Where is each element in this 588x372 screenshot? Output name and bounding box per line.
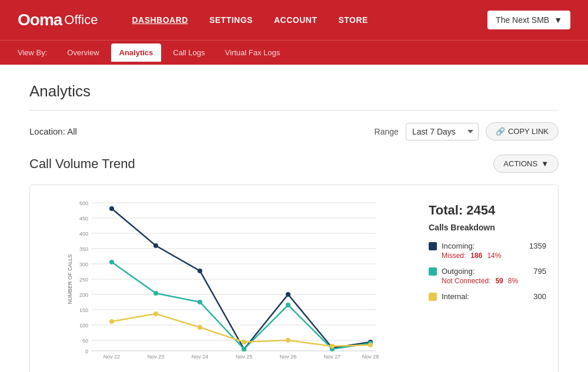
actions-label: ACTIONS	[503, 159, 537, 168]
breakdown-title: Calls Breakdown	[429, 223, 546, 232]
line-chart-svg: NUMBER OF CALLS 500 450 400 350	[42, 197, 417, 361]
svg-text:Nov 24: Nov 24	[192, 354, 209, 360]
internal-swatch	[429, 293, 437, 301]
not-connected-pct: 8%	[508, 277, 518, 285]
internal-count: 300	[533, 292, 546, 301]
svg-text:150: 150	[79, 307, 88, 313]
chart-section: Call Volume Trend ACTIONS ▼ NUMBER OF CA…	[29, 155, 559, 372]
subnav-label: View By:	[18, 48, 47, 57]
svg-point-49	[286, 338, 290, 343]
svg-point-38	[109, 260, 114, 264]
main-header: Ooma Office DASHBOARD SETTINGS ACCOUNT S…	[0, 0, 588, 40]
chevron-down-icon: ▼	[554, 15, 562, 25]
incoming-name: Incoming:	[442, 242, 524, 250]
svg-text:Nov 27: Nov 27	[324, 354, 341, 360]
nav-settings[interactable]: SETTINGS	[209, 15, 253, 25]
controls-right: Range Last 7 Days Last 30 Days Last 90 D…	[375, 122, 559, 140]
svg-point-42	[286, 303, 290, 307]
logo-office: Office	[64, 12, 98, 28]
svg-point-35	[286, 292, 290, 297]
location-label: Location: All	[29, 126, 77, 136]
main-content: Analytics Location: All Range Last 7 Day…	[0, 65, 588, 372]
missed-pct: 14%	[487, 252, 501, 260]
nav-store[interactable]: STORE	[338, 15, 368, 25]
chart-total: Total: 2454	[429, 203, 546, 218]
svg-text:500: 500	[79, 200, 88, 206]
actions-button[interactable]: ACTIONS ▼	[493, 155, 559, 173]
svg-point-46	[153, 311, 158, 316]
svg-text:450: 450	[79, 216, 88, 222]
not-connected-name: Not Connected:	[442, 277, 490, 285]
svg-point-41	[242, 347, 246, 351]
tab-virtual-fax-logs[interactable]: Virtual Fax Logs	[217, 43, 289, 62]
account-selector[interactable]: The Next SMB ▼	[487, 11, 570, 29]
divider	[29, 110, 559, 110]
svg-point-31	[109, 206, 114, 211]
nav-account[interactable]: ACCOUNT	[274, 15, 318, 25]
chevron-down-icon: ▼	[541, 159, 549, 168]
range-select[interactable]: Last 7 Days Last 30 Days Last 90 Days Cu…	[406, 123, 479, 140]
copy-link-button[interactable]: 🔗 COPY LINK	[486, 122, 559, 140]
controls-row: Location: All Range Last 7 Days Last 30 …	[29, 122, 559, 140]
logo-ooma: Ooma	[18, 11, 62, 29]
svg-point-51	[368, 343, 373, 347]
svg-text:Nov 25: Nov 25	[236, 354, 253, 360]
svg-point-33	[198, 269, 202, 273]
legend-item-incoming: Incoming: 1359 Missed: 186 14%	[429, 242, 546, 260]
svg-point-40	[198, 300, 202, 304]
chart-title: Call Volume Trend	[29, 156, 135, 172]
chart-container: NUMBER OF CALLS 500 450 400 350	[29, 185, 559, 372]
svg-point-47	[198, 325, 202, 330]
copy-link-label: COPY LINK	[508, 127, 549, 136]
logo: Ooma Office	[18, 11, 98, 29]
svg-text:400: 400	[79, 231, 88, 237]
legend-item-outgoing: Outgoing: 795 Not Connected: 59 8%	[429, 267, 546, 285]
outgoing-name: Outgoing:	[442, 267, 529, 276]
svg-point-32	[153, 243, 158, 248]
chart-legend: Total: 2454 Calls Breakdown Incoming: 13…	[429, 197, 546, 364]
incoming-count: 1359	[529, 242, 546, 250]
svg-text:350: 350	[79, 246, 88, 252]
svg-point-39	[153, 291, 158, 296]
svg-point-48	[242, 340, 246, 344]
svg-point-50	[330, 344, 335, 348]
svg-text:50: 50	[82, 338, 88, 344]
subnav: View By: Overview Analytics Call Logs Vi…	[0, 40, 588, 65]
range-label: Range	[375, 127, 399, 136]
page-title: Analytics	[29, 82, 559, 100]
missed-count: 186	[470, 252, 482, 260]
chart-area: NUMBER OF CALLS 500 450 400 350	[42, 197, 417, 364]
svg-text:Nov 28: Nov 28	[362, 354, 379, 360]
svg-text:200: 200	[79, 292, 88, 298]
legend-item-internal: Internal: 300	[429, 292, 546, 301]
svg-text:Nov 23: Nov 23	[148, 354, 165, 360]
svg-text:Nov 26: Nov 26	[280, 354, 297, 360]
tab-overview[interactable]: Overview	[59, 43, 107, 62]
incoming-swatch	[429, 242, 437, 250]
svg-text:300: 300	[79, 262, 88, 267]
svg-text:100: 100	[79, 323, 88, 329]
main-nav: DASHBOARD SETTINGS ACCOUNT STORE	[121, 15, 487, 25]
svg-text:Nov 22: Nov 22	[103, 354, 121, 360]
outgoing-swatch	[429, 267, 437, 276]
svg-point-45	[109, 319, 114, 324]
nav-dashboard[interactable]: DASHBOARD	[132, 15, 188, 25]
svg-text:250: 250	[79, 277, 88, 283]
missed-name: Missed:	[442, 252, 466, 260]
outgoing-count: 795	[533, 267, 546, 276]
not-connected-count: 59	[495, 277, 503, 285]
svg-text:0: 0	[85, 348, 88, 354]
tab-analytics[interactable]: Analytics	[111, 43, 162, 62]
link-icon: 🔗	[496, 127, 505, 136]
svg-text:NUMBER OF CALLS: NUMBER OF CALLS	[67, 254, 73, 304]
tab-call-logs[interactable]: Call Logs	[165, 43, 213, 62]
internal-name: Internal:	[442, 292, 529, 301]
chart-header: Call Volume Trend ACTIONS ▼	[29, 155, 559, 173]
svg-text:DAY: DAY	[230, 361, 240, 361]
